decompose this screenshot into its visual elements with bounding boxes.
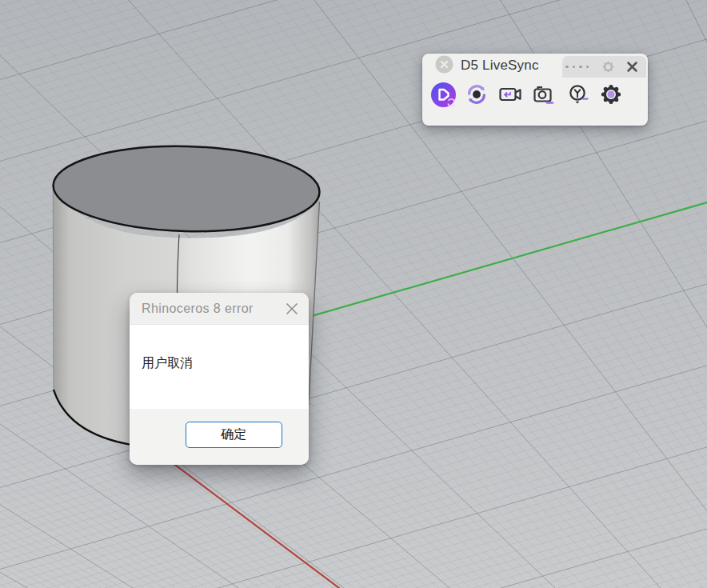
d5-logo-icon: [430, 82, 457, 108]
d5-sync-button[interactable]: [429, 80, 457, 109]
gear-icon: [597, 81, 625, 108]
model-sync-button[interactable]: [462, 80, 491, 109]
panel-options-dots-icon[interactable]: [565, 66, 589, 69]
cylinder-top-face[interactable]: [52, 143, 321, 235]
dialog-titlebar: Rhinoceros 8 error: [130, 293, 309, 325]
d5-panel-titlebar: D5 LiveSync: [422, 54, 648, 78]
close-icon: [285, 302, 299, 316]
panel-tab-d5-livesync[interactable]: D5 LiveSync: [422, 54, 539, 78]
gear-icon: [601, 59, 616, 74]
d5-livesync-panel: D5 LiveSync: [422, 54, 648, 126]
viewport-3d[interactable]: D5 LiveSync: [0, 0, 707, 588]
dialog-message: 用户取消: [142, 356, 193, 370]
video-camera-icon: [497, 81, 524, 108]
panel-settings-gear-button[interactable]: [601, 59, 616, 74]
dialog-footer: 确定: [130, 409, 309, 465]
panel-close-button[interactable]: [626, 61, 638, 73]
screenshot-sync-button[interactable]: [529, 80, 558, 109]
panel-title: D5 LiveSync: [461, 58, 539, 74]
camera-icon: [530, 81, 557, 108]
close-icon: [626, 61, 638, 73]
dialog-title: Rhinoceros 8 error: [142, 302, 285, 316]
cylinder-left-silhouette-edge: [53, 187, 54, 390]
video-sync-button[interactable]: [496, 80, 525, 109]
error-dialog: Rhinoceros 8 error 用户取消 确定: [130, 293, 309, 465]
dialog-body: 用户取消: [130, 325, 309, 409]
settings-button[interactable]: [597, 80, 625, 109]
sync-refresh-icon: [463, 81, 490, 108]
ok-button[interactable]: 确定: [186, 422, 282, 448]
connection-status-icon: [435, 55, 453, 77]
panel-titlebar-controls: [562, 56, 646, 78]
dialog-close-button[interactable]: [285, 302, 299, 316]
light-sync-button[interactable]: [563, 80, 592, 109]
d5-toolbar: [422, 78, 648, 109]
lightbulb-icon: [564, 81, 591, 108]
